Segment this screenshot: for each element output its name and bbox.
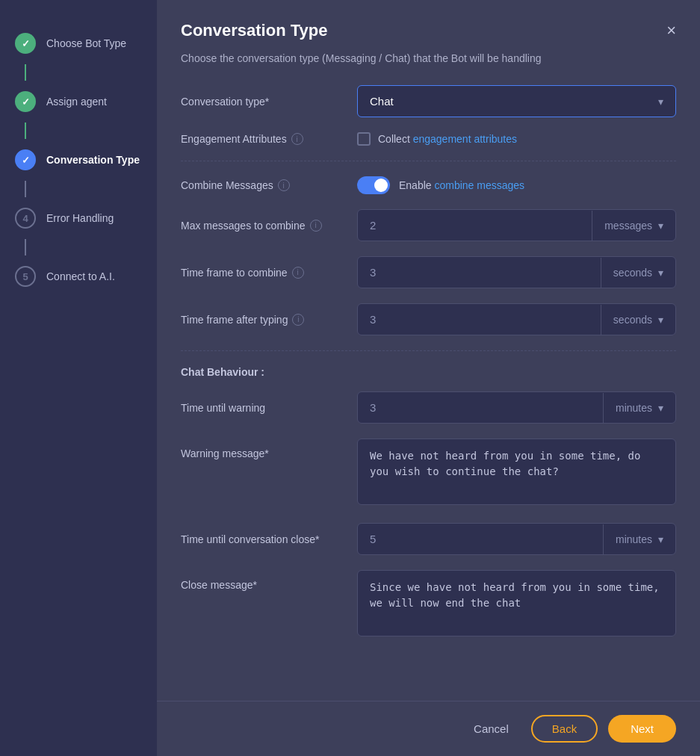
step-icon-3: ✓	[15, 149, 36, 170]
time-until-warning-unit[interactable]: minutes ▾	[603, 393, 675, 423]
sidebar-item-assign-agent[interactable]: ✓ Assign agent	[0, 81, 157, 123]
chevron-down-icon: ▾	[658, 220, 663, 232]
time-until-warning-unit-label: minutes	[616, 402, 652, 414]
engagement-attributes-checkbox-label: Collect engagement attributes	[378, 133, 517, 145]
step-icon-4: 4	[15, 208, 36, 229]
sidebar-item-label: Error Handling	[46, 212, 114, 224]
close-message-label: Close message*	[181, 570, 345, 591]
combine-messages-toggle[interactable]	[357, 176, 390, 194]
back-button[interactable]: Back	[531, 715, 598, 743]
time-until-warning-field: minutes ▾	[357, 391, 676, 424]
time-until-close-field: minutes ▾	[357, 523, 676, 555]
chevron-down-icon: ▾	[658, 314, 663, 326]
sidebar-item-label: Connect to A.I.	[46, 270, 115, 282]
time-frame-combine-unit-label: seconds	[613, 267, 652, 279]
max-messages-unit[interactable]: messages ▾	[592, 211, 675, 241]
time-frame-typing-control: seconds ▾	[357, 303, 676, 335]
main-content: Conversation Type × Choose the conversat…	[157, 0, 700, 756]
step-icon-5: 5	[15, 266, 36, 287]
sidebar-item-choose-bot-type[interactable]: ✓ Choose Bot Type	[0, 22, 157, 64]
sidebar: ✓ Choose Bot Type ✓ Assign agent ✓ Conve…	[0, 0, 157, 756]
combine-messages-control: Enable combine messages	[357, 176, 676, 194]
warning-message-row: Warning message* We have not heard from …	[181, 439, 676, 508]
dialog-footer: Cancel Back Next	[157, 701, 700, 756]
info-icon-time-frame[interactable]: i	[292, 267, 304, 279]
engagement-attributes-checkbox[interactable]	[357, 132, 371, 146]
engagement-attributes-row: Engagement Attributes i Collect engageme…	[181, 132, 676, 146]
time-until-warning-label: Time until warning	[181, 402, 345, 414]
warning-message-textarea[interactable]: We have not heard from you in some time,…	[357, 439, 676, 505]
sidebar-item-label: Choose Bot Type	[46, 37, 126, 49]
time-until-close-control: minutes ▾	[357, 523, 676, 555]
checkmark-icon-2: ✓	[22, 96, 30, 108]
conversation-type-value: Chat	[370, 95, 394, 108]
combine-messages-toggle-label: Enable combine messages	[399, 179, 524, 191]
dialog-header: Conversation Type ×	[157, 0, 700, 52]
connector-1	[25, 64, 26, 81]
time-until-close-row: Time until conversation close* minutes ▾	[181, 523, 676, 555]
time-frame-typing-label: Time frame after typing i	[181, 314, 345, 326]
engagement-attributes-control: Collect engagement attributes	[357, 132, 676, 146]
step-number-4: 4	[22, 213, 28, 224]
time-until-close-unit[interactable]: minutes ▾	[603, 524, 675, 554]
conversation-type-select[interactable]: Chat ▾	[357, 85, 676, 117]
warning-message-label: Warning message*	[181, 439, 345, 459]
connector-2	[25, 123, 26, 139]
chevron-down-icon: ▾	[658, 533, 663, 545]
toggle-wrapper: Enable combine messages	[357, 176, 676, 194]
info-icon-max-messages[interactable]: i	[310, 220, 322, 232]
max-messages-input[interactable]	[358, 210, 592, 241]
toggle-knob	[374, 179, 388, 192]
time-until-warning-input[interactable]	[358, 392, 603, 423]
chat-behaviour-title: Chat Behaviour :	[181, 366, 676, 378]
close-button[interactable]: ×	[666, 22, 676, 39]
cancel-button[interactable]: Cancel	[462, 716, 521, 741]
sidebar-item-label: Assign agent	[46, 96, 107, 108]
time-frame-typing-field: seconds ▾	[357, 303, 676, 335]
engagement-attributes-label: Engagement Attributes i	[181, 133, 345, 145]
time-frame-typing-input[interactable]	[358, 304, 601, 335]
close-message-row: Close message* Since we have not heard f…	[181, 570, 676, 639]
sidebar-item-label: Conversation Type	[46, 154, 140, 166]
close-message-textarea[interactable]: Since we have not heard from you in some…	[357, 570, 676, 636]
engagement-attributes-link[interactable]: engagement attributes	[413, 133, 517, 145]
step-number-3: ✓	[22, 155, 30, 166]
time-frame-combine-label: Time frame to combine i	[181, 267, 345, 279]
checkmark-icon: ✓	[22, 38, 30, 49]
dialog-subtitle: Choose the conversation type (Messaging …	[181, 52, 676, 64]
time-until-warning-row: Time until warning minutes ▾	[181, 391, 676, 424]
next-button[interactable]: Next	[608, 715, 676, 743]
info-icon-combine[interactable]: i	[278, 179, 290, 191]
info-icon-engagement[interactable]: i	[291, 133, 303, 145]
max-messages-row: Max messages to combine i messages ▾	[181, 209, 676, 241]
time-until-close-label: Time until conversation close*	[181, 533, 345, 545]
time-frame-typing-unit[interactable]: seconds ▾	[601, 305, 675, 335]
max-messages-unit-label: messages	[604, 220, 652, 232]
chevron-down-icon: ▾	[658, 402, 663, 414]
time-frame-typing-unit-label: seconds	[613, 314, 652, 326]
time-until-close-unit-label: minutes	[616, 533, 652, 545]
step-icon-1: ✓	[15, 33, 36, 54]
combine-messages-link[interactable]: combine messages	[434, 179, 524, 191]
time-frame-combine-unit[interactable]: seconds ▾	[601, 258, 675, 288]
divider-1	[181, 161, 676, 161]
time-frame-typing-row: Time frame after typing i seconds ▾	[181, 303, 676, 335]
divider-2	[181, 350, 676, 351]
max-messages-field: messages ▾	[357, 209, 676, 241]
dialog-title: Conversation Type	[181, 21, 327, 40]
sidebar-item-error-handling[interactable]: 4 Error Handling	[0, 197, 157, 239]
chevron-down-icon: ▾	[658, 96, 663, 108]
max-messages-control: messages ▾	[357, 209, 676, 241]
dialog-body: Choose the conversation type (Messaging …	[157, 52, 700, 701]
close-message-control: Since we have not heard from you in some…	[357, 570, 676, 639]
max-messages-label: Max messages to combine i	[181, 220, 345, 232]
sidebar-item-connect-to-ai[interactable]: 5 Connect to A.I.	[0, 255, 157, 297]
time-until-close-input[interactable]	[358, 524, 603, 554]
time-frame-combine-input[interactable]	[358, 257, 601, 288]
checkbox-wrapper: Collect engagement attributes	[357, 132, 676, 146]
step-number-5: 5	[22, 271, 28, 282]
conversation-type-control: Chat ▾	[357, 85, 676, 117]
info-icon-typing[interactable]: i	[292, 314, 304, 326]
combine-messages-label: Combine Messages i	[181, 179, 345, 191]
sidebar-item-conversation-type[interactable]: ✓ Conversation Type	[0, 139, 157, 181]
